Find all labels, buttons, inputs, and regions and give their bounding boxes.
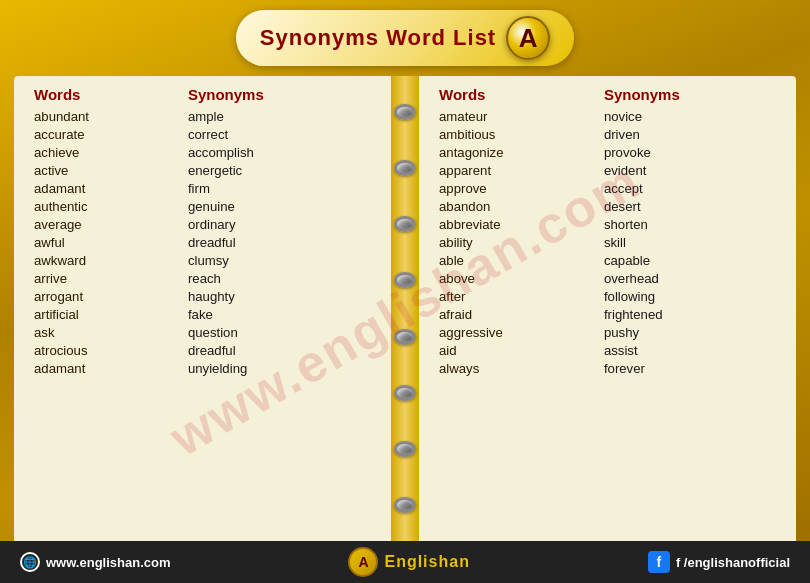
word-cell: above [431,269,596,287]
word-cell: amateur [431,107,596,125]
spiral-ring [394,385,416,401]
synonym-cell: accept [596,179,784,197]
table-row: aidassist [431,341,784,359]
logo-text-accent: nglish [396,553,449,570]
word-cell: always [431,359,596,377]
left-col2-header: Synonyms [180,84,379,107]
word-cell: ambitious [431,125,596,143]
word-cell: achieve [26,143,180,161]
spiral-ring [394,329,416,345]
synonym-cell: genuine [180,197,379,215]
word-cell: active [26,161,180,179]
right-col2-header: Synonyms [596,84,784,107]
synonym-cell: ordinary [180,215,379,233]
footer-facebook: f f /englishanofficial [648,551,790,573]
synonym-cell: firm [180,179,379,197]
synonym-cell: reach [180,269,379,287]
synonym-cell: haughty [180,287,379,305]
right-col1-header: Words [431,84,596,107]
word-cell: afraid [431,305,596,323]
word-cell: able [431,251,596,269]
synonym-cell: following [596,287,784,305]
word-cell: aid [431,341,596,359]
synonym-cell: skill [596,233,784,251]
word-cell: after [431,287,596,305]
synonym-cell: provoke [596,143,784,161]
spiral-ring [394,272,416,288]
synonym-cell: assist [596,341,784,359]
spiral-ring [394,160,416,176]
synonym-cell: correct [180,125,379,143]
table-row: antagonizeprovoke [431,143,784,161]
footer-website: 🌐 www.englishan.com [20,552,170,572]
synonym-cell: frightened [596,305,784,323]
word-cell: abundant [26,107,180,125]
table-row: afterfollowing [431,287,784,305]
table-row: abundantample [26,107,379,125]
globe-icon: 🌐 [20,552,40,572]
synonym-cell: overhead [596,269,784,287]
synonym-cell: question [180,323,379,341]
synonym-cell: fake [180,305,379,323]
word-cell: adamant [26,359,180,377]
synonym-cell: shorten [596,215,784,233]
left-panel: Words Synonyms abundantampleaccuratecorr… [14,76,391,541]
table-row: approveaccept [431,179,784,197]
word-cell: ability [431,233,596,251]
facebook-text: f /englishanofficial [676,555,790,570]
website-text: www.englishan.com [46,555,170,570]
table-row: arrivereach [26,269,379,287]
word-cell: artificial [26,305,180,323]
synonym-cell: evident [596,161,784,179]
synonym-cell: desert [596,197,784,215]
table-row: arroganthaughty [26,287,379,305]
table-row: averageordinary [26,215,379,233]
synonym-cell: capable [596,251,784,269]
logo-text: Englishan [384,553,469,571]
spiral-ring [394,216,416,232]
footer-logo: A Englishan [348,547,469,577]
main-wrapper: Synonyms Word List A www.englishan.com W… [0,0,810,541]
page-title: Synonyms Word List [260,25,496,51]
spiral-binding [391,76,419,541]
synonym-cell: accomplish [180,143,379,161]
synonym-cell: ample [180,107,379,125]
word-cell: apparent [431,161,596,179]
word-cell: accurate [26,125,180,143]
table-row: apparentevident [431,161,784,179]
word-cell: approve [431,179,596,197]
word-cell: awful [26,233,180,251]
word-cell: adamant [26,179,180,197]
spiral-ring [394,104,416,120]
right-table: Words Synonyms amateurnoviceambitiousdri… [431,84,784,377]
word-cell: aggressive [431,323,596,341]
logo-text-2: an [449,553,470,570]
table-row: aboveoverhead [431,269,784,287]
table-row: activeenergetic [26,161,379,179]
word-cell: ask [26,323,180,341]
table-row: ablecapable [431,251,784,269]
word-cell: arrive [26,269,180,287]
right-panel: Words Synonyms amateurnoviceambitiousdri… [419,76,796,541]
table-row: abandondesert [431,197,784,215]
left-col1-header: Words [26,84,180,107]
left-table: Words Synonyms abundantampleaccuratecorr… [26,84,379,377]
word-cell: abandon [431,197,596,215]
logo-icon: A [348,547,378,577]
word-cell: average [26,215,180,233]
table-row: adamantfirm [26,179,379,197]
title-pill: Synonyms Word List A [236,10,574,66]
table-row: artificialfake [26,305,379,323]
table-row: accuratecorrect [26,125,379,143]
synonym-cell: driven [596,125,784,143]
spiral-ring [394,497,416,513]
word-cell: authentic [26,197,180,215]
word-cell: atrocious [26,341,180,359]
synonym-cell: energetic [180,161,379,179]
table-row: abbreviateshorten [431,215,784,233]
table-row: askquestion [26,323,379,341]
word-cell: antagonize [431,143,596,161]
table-row: adamantunyielding [26,359,379,377]
synonym-cell: unyielding [180,359,379,377]
word-cell: abbreviate [431,215,596,233]
